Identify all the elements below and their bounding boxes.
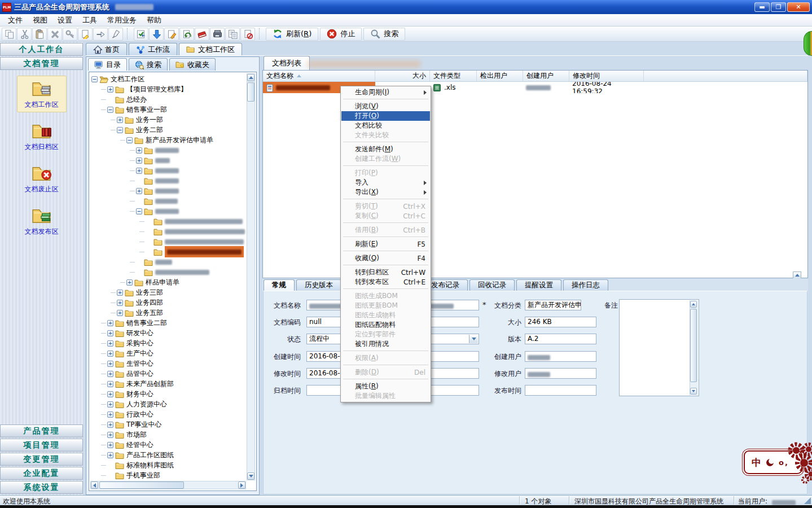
tree-item[interactable] (90, 257, 246, 267)
field-input-文档分类[interactable]: 新产品开发评估申请... (525, 300, 581, 310)
tree-item[interactable] (90, 267, 246, 277)
menu-item-转到发布区[interactable]: 转到发布区Ctrl+E (341, 277, 430, 287)
ime-mode-indicator[interactable]: 中 (752, 456, 761, 469)
sidebar-section-2[interactable]: 文档管理 (0, 57, 83, 70)
tree-item[interactable]: −销售事业一部 (90, 104, 246, 115)
column-header-修改时间[interactable]: 修改时间 (569, 71, 644, 81)
tree-item[interactable]: + (90, 186, 246, 196)
toolbar-button-cut[interactable] (17, 28, 32, 41)
toolbar-button-sign[interactable] (108, 28, 123, 41)
tree-item[interactable]: 手机事业部 (90, 470, 246, 480)
menubar-item-3[interactable]: 设置 (52, 14, 77, 27)
toolbar-button-edit[interactable] (164, 28, 179, 41)
close-button[interactable]: ✕ (787, 2, 810, 12)
menubar-item-6[interactable]: 帮助 (142, 14, 166, 27)
tree-item[interactable]: −文档工作区 (90, 74, 246, 84)
scroll-up-button[interactable] (690, 301, 697, 308)
detail-tab-历史版本[interactable]: 历史版本 (296, 279, 341, 291)
menu-item-发送邮件(M)[interactable]: 发送邮件(M) (341, 144, 430, 154)
nav-tab-收藏夹[interactable]: 收藏夹 (169, 58, 216, 71)
tree-item[interactable] (90, 226, 246, 237)
scroll-up-button[interactable] (247, 74, 254, 81)
detail-tab-操作日志[interactable]: 操作日志 (563, 279, 608, 291)
toolbar-button-report[interactable] (225, 28, 240, 41)
sidebar-section-1[interactable]: 个人工作台 (0, 43, 83, 56)
scroll-thumb[interactable] (247, 82, 254, 102)
edge-floating-widget[interactable] (804, 31, 812, 56)
resize-grip[interactable] (804, 497, 811, 504)
menu-item-文档比较[interactable]: 文档比较 (341, 121, 430, 130)
menubar-item-5[interactable]: 常用业务 (102, 14, 142, 27)
tree-item[interactable]: +业务一部 (90, 115, 246, 125)
sidebar-section-企业配置[interactable]: 企业配置 (0, 467, 83, 480)
tree-item[interactable]: +市场部 (90, 430, 246, 440)
menu-item-收藏(Q)[interactable]: 收藏(Q)F4 (341, 253, 430, 263)
scroll-down-button[interactable] (247, 472, 254, 480)
tree-item[interactable]: −业务二部 (90, 125, 246, 135)
tree-item[interactable]: 标准物料库图纸 (90, 460, 246, 470)
tree-horizontal-scrollbar[interactable] (90, 481, 246, 489)
expand-toggle-icon[interactable]: + (107, 411, 113, 418)
expand-toggle-icon[interactable]: + (107, 361, 113, 367)
tree-item[interactable]: 总经办 (90, 94, 246, 104)
collapse-toggle-icon[interactable]: − (126, 137, 133, 143)
menu-item-打开(O)[interactable]: 打开(O) (341, 111, 430, 121)
tree-item[interactable] (90, 176, 246, 186)
scroll-thumb[interactable] (99, 481, 184, 489)
column-header-文档名称[interactable]: 文档名称 (263, 71, 375, 81)
tree-item[interactable]: −新产品开发评估申请单 (90, 135, 246, 145)
toolbar-button-new-doc[interactable] (78, 28, 93, 41)
restore-button[interactable]: ❐ (771, 2, 786, 12)
expand-toggle-icon[interactable]: + (117, 290, 123, 296)
remarks-scrollbar[interactable] (690, 300, 698, 395)
toolbar-button-package[interactable] (210, 28, 225, 41)
view-tab-工作流[interactable]: 工作流 (129, 43, 177, 55)
field-input-创建用户[interactable] (525, 351, 596, 362)
field-input-发布时间[interactable] (525, 385, 596, 396)
sidebar-item-文档废止区[interactable]: 文档废止区 (17, 160, 67, 197)
menu-item-属性(R)[interactable]: 属性(R) (341, 382, 430, 391)
tree-item[interactable] (90, 247, 246, 257)
expand-toggle-icon[interactable]: + (107, 320, 113, 326)
remarks-textarea[interactable] (619, 299, 699, 396)
column-header-创建用户[interactable]: 创建用户 (523, 71, 569, 81)
expand-toggle-icon[interactable]: + (117, 310, 123, 316)
sidebar-item-文档工作区[interactable]: 文档工作区 (17, 76, 67, 112)
expand-toggle-icon[interactable]: + (136, 188, 142, 194)
tree-item[interactable]: +人力资源中心 (90, 399, 246, 409)
menu-item-导出(X)[interactable]: 导出(X) (341, 187, 430, 197)
tree-item[interactable]: +TP事业中心 (90, 419, 246, 430)
scroll-thumb[interactable] (690, 309, 697, 382)
tree-item[interactable]: +经管中心 (90, 440, 246, 450)
expand-toggle-icon[interactable]: + (117, 117, 123, 123)
toolbar-button-check-out[interactable] (149, 28, 164, 41)
tree-item[interactable]: + (90, 165, 246, 176)
column-header-检出用户[interactable]: 检出用户 (477, 71, 523, 81)
nav-tab-搜索[interactable]: 搜索 (129, 58, 168, 71)
tree-item[interactable] (90, 237, 246, 247)
tree-item[interactable]: +业务三部 (90, 287, 246, 297)
view-tab-文档工作区[interactable]: 文档工作区 (179, 43, 242, 55)
expand-toggle-icon[interactable]: + (117, 300, 123, 306)
toolbar-button-delete[interactable] (47, 28, 62, 41)
tree-item[interactable]: − (90, 206, 246, 216)
expand-toggle-icon[interactable]: + (136, 168, 142, 174)
tree-item[interactable]: + (90, 155, 246, 165)
field-input-版本[interactable]: A.2 (525, 334, 596, 344)
toolbar-button-erase[interactable] (195, 28, 209, 41)
menubar-item-4[interactable]: 工具 (77, 14, 102, 27)
tree-item[interactable]: +生产中心 (90, 348, 246, 358)
tree-item[interactable] (90, 216, 246, 226)
dropdown-button[interactable] (469, 335, 478, 343)
tree-item[interactable]: +业务四部 (90, 297, 246, 308)
column-header-文件类型[interactable]: 文件类型 (430, 71, 477, 81)
expand-toggle-icon[interactable]: + (107, 432, 113, 438)
column-header-spacer[interactable] (644, 71, 807, 81)
menu-item-图纸匹配物料[interactable]: 图纸匹配物料 (341, 320, 430, 330)
tree-item[interactable]: +品管中心 (90, 369, 246, 379)
sidebar-item-文档归档区[interactable]: 文档归档区 (17, 118, 67, 155)
menu-item-被引用情况[interactable]: 被引用情况 (341, 339, 430, 349)
expand-toggle-icon[interactable]: + (107, 371, 113, 377)
tree-item[interactable]: +采购中心 (90, 338, 246, 348)
tree-item[interactable]: +生管中心 (90, 358, 246, 369)
